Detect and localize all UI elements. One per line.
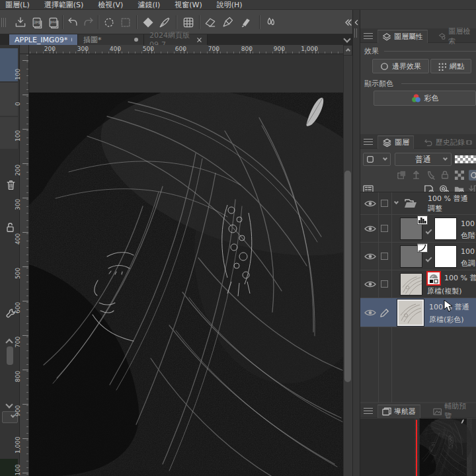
unsaved-dot-icon [71,38,72,42]
toolbar-separator [98,15,99,29]
reference-layer-icon[interactable] [411,170,421,180]
left-scrollbar-thumb[interactable] [7,346,13,365]
layer-checkbox[interactable] [381,200,388,207]
eraser-tool-button[interactable] [202,15,218,30]
panel-divider[interactable] [352,10,360,476]
document-tab-apple-img09[interactable]: APPLE_IMG09* [9,34,78,45]
menu-window[interactable]: 視窗(W) [175,0,202,10]
tab-sub-view[interactable]: 輔助預覽 [429,405,476,418]
clip-to-layer-icon[interactable] [397,170,407,180]
layer-checkbox[interactable] [381,225,388,232]
screen-tone-toggle[interactable]: 網點 [430,59,471,73]
layer-row-folder-adjust[interactable]: 100 % 普通 調整 [360,192,476,215]
scroll-down-icon[interactable] [7,402,12,407]
folder-expand-chevron[interactable] [394,200,399,204]
document-tab-illustration[interactable]: 插圖* [78,34,144,45]
layer-row-original-color-selected[interactable]: 100 % 普通 原檔(彩色) [360,298,476,327]
enable-mask-icon[interactable] [469,170,476,180]
opacity-slider[interactable] [455,155,476,163]
hruler-label: 300 [77,46,90,52]
blend-tool-button[interactable] [263,15,278,30]
grid-button[interactable] [180,15,196,30]
save-button[interactable] [13,15,28,30]
layer-visible-eye-icon[interactable] [364,225,376,233]
menu-help[interactable]: 說明(H) [217,0,243,10]
scroll-up-icon[interactable] [7,340,12,345]
mask-link-check-icon [426,228,432,235]
refresh-button[interactable] [101,15,116,30]
canvas-pasteboard[interactable] [29,54,343,93]
unlock-icon[interactable] [5,222,15,233]
menu-layer[interactable]: 圖層(L) [5,0,30,10]
tab-overflow-button[interactable] [344,36,350,42]
deselect-button[interactable] [118,15,133,30]
menu-selection[interactable]: 選擇範圍(S) [44,0,84,10]
document-tab-2024web[interactable]: 2024網頁版09-7 [144,34,208,45]
blend-mode-dropdown[interactable]: 普通 [395,153,452,166]
layer-thumbnail[interactable] [400,273,422,296]
tab-layer-search[interactable]: 圖層檢索 [434,30,476,43]
layer-row-original-copy[interactable]: 100 % 普通 原檔(複製) [360,270,476,298]
redo-button[interactable] [81,15,96,30]
navigator-preview[interactable] [360,418,476,476]
navigator-view-line[interactable] [416,420,417,476]
undo-button[interactable] [65,15,80,30]
layer-thumbnail-selected[interactable] [397,299,424,326]
palette-menu-icon[interactable] [363,407,374,416]
menu-filter[interactable]: 濾鏡(I) [138,0,160,10]
panel-collapse-icon[interactable] [353,19,360,26]
lock-transparent-pixels-icon[interactable] [454,170,464,180]
keep-material-icon[interactable] [426,170,436,180]
layer-row-tone-curve[interactable]: 100 % 普通 色調曲線 [360,243,476,270]
layer-mask-thumbnail[interactable] [434,245,457,268]
vruler-label: 600 [15,302,21,313]
palette-menu-icon[interactable] [363,32,374,41]
layer-visible-eye-icon[interactable] [364,309,376,317]
display-color-section-label: 顯示顏色 [364,79,393,89]
tab-layer-property[interactable]: 圖層屬性 [377,30,428,43]
canvas-scroll-up-button[interactable] [343,45,352,56]
layer-lock-icon-row [397,170,476,180]
layer-visible-eye-icon[interactable] [364,200,376,208]
layer-row-levels[interactable]: 100 % 普通 色階 [360,215,476,243]
blend-thumbnail-dropdown[interactable] [363,153,391,166]
palette-menu-icon[interactable] [363,138,374,147]
screen-tone-icon [438,62,446,71]
canvas-artwork[interactable] [29,93,343,476]
layer-visible-eye-icon[interactable] [364,253,376,260]
pen-tool-button[interactable] [157,15,172,30]
soft-pen-tool-button[interactable] [219,15,235,30]
marker-tool-button[interactable] [238,15,253,30]
tab-navigator[interactable]: 導航器 [377,405,420,418]
tab-layers[interactable]: 圖層 [377,136,414,149]
toolbar-drag-handle[interactable] [1,18,7,27]
export-jpg-button[interactable]: jpg [29,15,44,30]
hruler-label: 400 [110,46,122,52]
close-icon[interactable] [197,37,202,43]
fill-tool-button[interactable] [140,15,155,30]
layer-checkbox[interactable] [381,253,388,260]
tab-history[interactable]: 歷史記錄 [420,136,469,149]
layer-search-icon [438,32,446,41]
export-psd-button[interactable]: psd [46,15,61,30]
vruler-label: 800 [15,371,21,382]
layer-visible-eye-icon[interactable] [364,280,376,288]
trash-icon[interactable] [6,180,16,190]
layer-mask-thumbnail[interactable] [434,218,457,240]
panel-drag-handle[interactable] [354,28,358,38]
left-strip-item[interactable] [0,83,18,116]
tab-label: APPLE_IMG09* [15,36,67,44]
vruler-label: 100 [15,130,21,141]
vruler-label: 200 [15,165,21,176]
layer-checkbox[interactable] [381,280,388,288]
tab-animation[interactable] [462,136,476,149]
toolbar-separator [62,15,63,29]
border-effect-toggle[interactable]: 邊界效果 [372,59,429,73]
vruler-label: 1,100 [15,464,21,476]
menu-view[interactable]: 檢視(V) [98,0,123,10]
vruler-label: 900 [15,405,21,416]
tab-information[interactable] [471,405,476,418]
lock-layer-icon[interactable] [440,170,450,180]
canvas-scrollbar-thumb[interactable] [344,171,351,382]
display-color-button[interactable]: 彩色 [374,91,476,106]
